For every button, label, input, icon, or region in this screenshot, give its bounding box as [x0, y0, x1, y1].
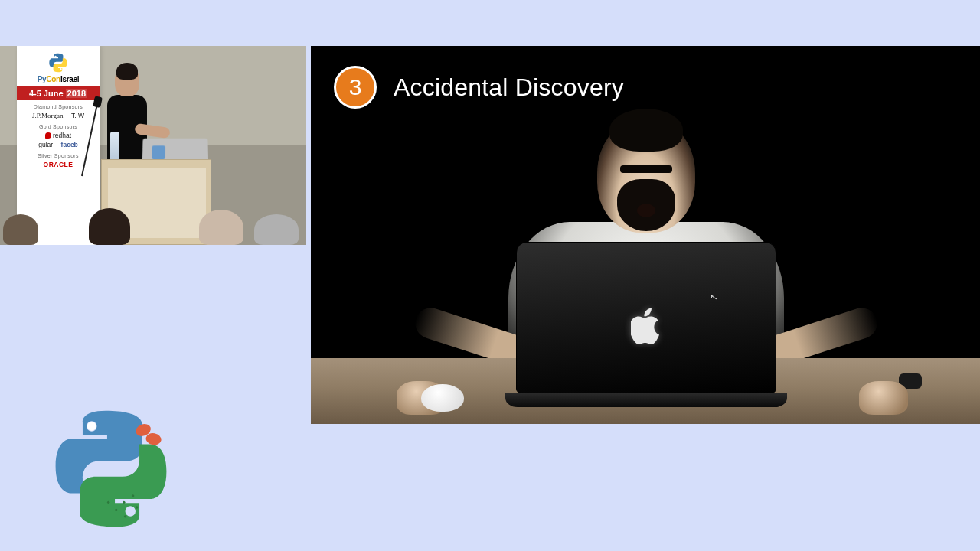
svg-point-2	[132, 494, 134, 497]
presentation-slide: ↖ 3 Accidental Discovery	[311, 46, 980, 424]
sponsor-tw: T. W	[71, 112, 84, 119]
computer-mouse-icon	[421, 384, 464, 412]
conference-date: 4-5 June 2018	[17, 86, 100, 100]
svg-point-5	[136, 506, 138, 508]
apple-logo-icon	[631, 308, 662, 344]
speaker-camera-feed: PyConIsrael 4-5 June 2018 Diamond Sponso…	[0, 46, 306, 245]
pycon-israel-logo-icon	[46, 406, 176, 528]
sponsor-redhat: redhat	[45, 132, 71, 139]
right-hand	[859, 381, 908, 415]
tier-gold: Gold Sponsors	[17, 124, 100, 129]
svg-point-4	[124, 515, 126, 517]
sponsor-facebook: faceb	[61, 141, 78, 148]
macbook: ↖	[516, 242, 776, 413]
sponsor-oracle: ORACLE	[44, 161, 74, 168]
sponsor-gular: gular	[38, 141, 53, 148]
slide-number-badge: 3	[334, 66, 377, 109]
water-bottle-icon	[110, 132, 119, 162]
slide-header: 3 Accidental Discovery	[334, 66, 624, 109]
cursor-icon: ↖	[709, 291, 718, 303]
svg-point-0	[122, 501, 125, 504]
python-logo-icon	[47, 52, 69, 73]
tier-diamond: Diamond Sponsors	[17, 104, 100, 109]
sponsor-jpmorgan: J.P.Morgan	[32, 112, 63, 119]
svg-point-8	[87, 422, 96, 431]
conference-name: PyConIsrael	[17, 75, 100, 83]
audience	[0, 211, 306, 245]
slide-number: 3	[349, 74, 362, 100]
svg-point-3	[107, 501, 109, 504]
slide-title: Accidental Discovery	[394, 73, 624, 102]
svg-point-1	[115, 509, 117, 511]
